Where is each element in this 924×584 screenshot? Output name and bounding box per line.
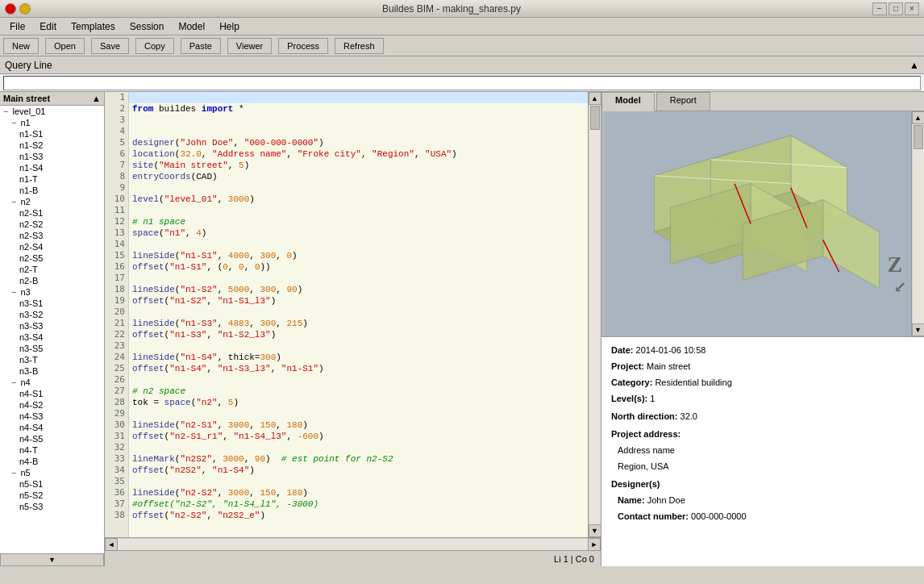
code-content[interactable]: from buildes import * designer("John Doe… [129, 92, 588, 537]
tree-item-n5-s1[interactable]: n5-S1 [0, 478, 104, 490]
code-line-9[interactable] [129, 182, 588, 194]
tree-item-n1-s3[interactable]: n1-S3 [0, 151, 104, 162]
scroll-down-arrow[interactable]: ▼ [589, 524, 601, 537]
code-line-35[interactable] [129, 476, 588, 487]
scroll-thumb-vertical[interactable] [590, 106, 600, 130]
toolbar-btn-viewer[interactable]: Viewer [227, 38, 272, 54]
tree-item-n2[interactable]: − n2 [0, 196, 104, 207]
code-line-4[interactable] [129, 126, 588, 137]
tree-item-n2-t[interactable]: n2-T [0, 264, 104, 275]
code-line-28[interactable]: tok = space("n2", 5) [129, 397, 588, 408]
tree-item-n5-s2[interactable]: n5-S2 [0, 490, 104, 501]
code-line-26[interactable] [129, 374, 588, 386]
tree-item-n4-s4[interactable]: n4-S4 [0, 422, 104, 433]
code-line-1[interactable] [129, 92, 588, 103]
toolbar-btn-save[interactable]: Save [91, 38, 129, 54]
scroll-right-arrow[interactable]: ► [588, 538, 601, 551]
win-btn-red[interactable] [5, 3, 16, 15]
tree-item-n1-s1[interactable]: n1-S1 [0, 128, 104, 140]
tree-item-n2-s2[interactable]: n2-S2 [0, 219, 104, 230]
code-line-20[interactable] [129, 307, 588, 318]
code-line-22[interactable]: offset("n1-S3", "n1-S2_l3") [129, 329, 588, 340]
tree-item-n3-s5[interactable]: n3-S5 [0, 343, 104, 354]
code-line-36[interactable]: lineSide("n2-S2", 3000, 150, 180) [129, 487, 588, 498]
code-line-16[interactable]: offset("n1-S1", (0, 0, 0)) [129, 261, 588, 273]
menu-item-session[interactable]: Session [123, 19, 171, 34]
tree-item-n3-s2[interactable]: n3-S2 [0, 309, 104, 320]
tree-item-n3-s4[interactable]: n3-S4 [0, 332, 104, 343]
code-line-11[interactable] [129, 205, 588, 216]
tree-item-n2-b[interactable]: n2-B [0, 275, 104, 286]
model-scroll-thumb[interactable] [914, 125, 923, 149]
win-btn-yellow[interactable] [19, 3, 31, 15]
tree-item-n1-t[interactable]: n1-T [0, 173, 104, 185]
code-line-24[interactable]: lineSide("n1-S4", thick=300) [129, 352, 588, 363]
menu-item-model[interactable]: Model [172, 19, 211, 34]
code-line-21[interactable]: lineSide("n1-S3", 4883, 300, 215) [129, 318, 588, 329]
code-line-7[interactable]: site("Main street", 5) [129, 160, 588, 171]
toolbar-btn-paste[interactable]: Paste [181, 38, 221, 54]
code-line-17[interactable] [129, 273, 588, 284]
tree-item-n4-s5[interactable]: n4-S5 [0, 433, 104, 444]
code-line-3[interactable] [129, 115, 588, 126]
tree-item-n3-s1[interactable]: n3-S1 [0, 298, 104, 309]
code-line-13[interactable]: space("n1", 4) [129, 227, 588, 239]
code-line-32[interactable] [129, 442, 588, 453]
code-line-27[interactable]: # n2 space [129, 386, 588, 397]
code-line-33[interactable]: lineMark("n2S2", 3000, 90) # est point f… [129, 453, 588, 465]
code-line-19[interactable]: offset("n1-S2", "n1-S1_l3") [129, 295, 588, 307]
toolbar-btn-new[interactable]: New [3, 38, 39, 54]
code-line-37[interactable]: #offset("n2-S2", "n1-S4_l1", -3000) [129, 498, 588, 510]
code-line-15[interactable]: lineSide("n1-S1", 4000, 300, 0) [129, 250, 588, 261]
toolbar-btn-process[interactable]: Process [278, 38, 328, 54]
menu-item-edit[interactable]: Edit [33, 19, 63, 34]
code-line-29[interactable] [129, 408, 588, 419]
code-line-6[interactable]: location(32.0, "Address name", "Froke ci… [129, 148, 588, 160]
toolbar-btn-refresh[interactable]: Refresh [335, 38, 384, 54]
scroll-left-arrow[interactable]: ◄ [105, 538, 118, 551]
tree-item-n5-s3[interactable]: n5-S3 [0, 501, 104, 512]
tree-scroll[interactable]: − level_01− n1 n1-S1 n1-S2 n1-S3 n1-S4 n… [0, 106, 104, 553]
tree-item-n5[interactable]: − n5 [0, 467, 104, 478]
menu-item-templates[interactable]: Templates [65, 19, 122, 34]
close-button[interactable]: × [905, 2, 919, 15]
tree-item-n4-s1[interactable]: n4-S1 [0, 388, 104, 399]
tree-item-n4-b[interactable]: n4-B [0, 456, 104, 467]
tree-item-n3-s3[interactable]: n3-S3 [0, 320, 104, 332]
code-line-10[interactable]: level("level_01", 3000) [129, 194, 588, 205]
tree-item-n3-b[interactable]: n3-B [0, 365, 104, 377]
tree-item-n1[interactable]: − n1 [0, 117, 104, 128]
tree-item-n2-s3[interactable]: n2-S3 [0, 230, 104, 241]
tree-scroll-down-btn[interactable]: ▼ [0, 553, 104, 566]
toolbar-btn-open[interactable]: Open [45, 38, 85, 54]
query-input[interactable] [3, 76, 921, 90]
code-line-5[interactable]: designer("John Doe", "000-000-0000") [129, 137, 588, 148]
code-line-14[interactable] [129, 239, 588, 250]
tree-scroll-up-btn[interactable]: ▲ [92, 94, 101, 103]
maximize-button[interactable]: □ [889, 2, 903, 15]
tree-item-n2-s1[interactable]: n2-S1 [0, 207, 104, 219]
code-line-23[interactable] [129, 340, 588, 352]
menu-item-help[interactable]: Help [213, 19, 246, 34]
model-scroll-down[interactable]: ▼ [912, 323, 925, 336]
tree-item-n4-t[interactable]: n4-T [0, 444, 104, 456]
tree-item-n3[interactable]: − n3 [0, 286, 104, 298]
tree-item-n2-s5[interactable]: n2-S5 [0, 252, 104, 264]
tree-item-n4-s2[interactable]: n4-S2 [0, 399, 104, 411]
tree-item-n2-s4[interactable]: n2-S4 [0, 241, 104, 252]
code-scrollbar-horizontal[interactable]: ◄ ► [105, 537, 601, 550]
tab-model[interactable]: Model [601, 92, 655, 111]
code-line-8[interactable]: entryCoords(CAD) [129, 171, 588, 182]
code-scrollbar-vertical[interactable]: ▲ ▼ [588, 92, 601, 537]
model-scroll-up[interactable]: ▲ [912, 111, 925, 124]
code-line-34[interactable]: offset("n2S2", "n1-S4") [129, 465, 588, 476]
toolbar-btn-copy[interactable]: Copy [135, 38, 174, 54]
code-line-18[interactable]: lineSide("n1-S2", 5000, 300, 90) [129, 284, 588, 295]
code-line-12[interactable]: # n1 space [129, 216, 588, 227]
tree-item-n3-t[interactable]: n3-T [0, 354, 104, 365]
minimize-button[interactable]: − [872, 2, 887, 15]
code-line-31[interactable]: offset("n2-S1_r1", "n1-S4_l3", -600) [129, 431, 588, 442]
tree-item-n4-s3[interactable]: n4-S3 [0, 411, 104, 422]
tab-report[interactable]: Report [656, 92, 710, 111]
code-line-2[interactable]: from buildes import * [129, 103, 588, 115]
